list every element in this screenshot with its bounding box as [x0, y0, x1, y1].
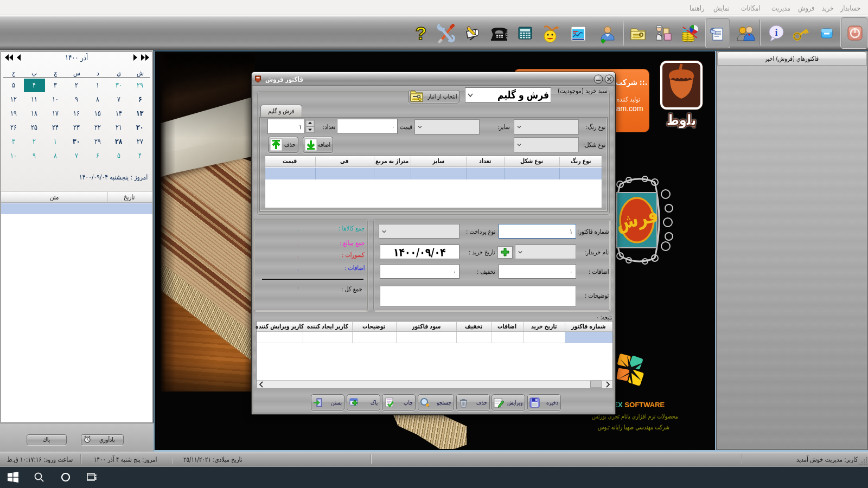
- svg-text:?: ?: [416, 24, 427, 43]
- svg-text:i: i: [775, 27, 777, 38]
